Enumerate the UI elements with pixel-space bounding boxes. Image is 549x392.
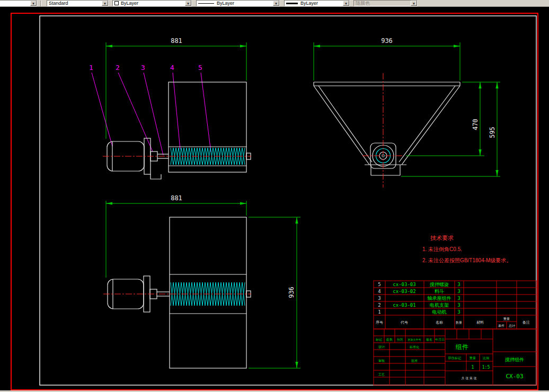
plot-style-value: 随颜色 — [356, 0, 370, 6]
svg-text:设计: 设计 — [378, 345, 385, 349]
color-arrow-icon[interactable]: ▼ — [185, 1, 191, 6]
svg-text:比例: 比例 — [483, 357, 489, 360]
linetype-value: ByLayer — [217, 1, 234, 6]
parts-row-1: 1 电动机 3 — [378, 309, 460, 315]
drawing-canvas[interactable]: 881 1 2 3 4 5 — [0, 0, 549, 392]
tech-note-1: 1. 未注倒角C0.5. — [422, 246, 462, 252]
dimension-881-side — [106, 42, 246, 139]
drawing-frame — [40, 16, 536, 385]
svg-text:cx-03-01: cx-03-01 — [393, 302, 415, 308]
parts-row-2: 2 cx-03-01 电机支架 3 — [378, 302, 460, 308]
motor-side — [107, 138, 169, 179]
svg-text:电动机: 电动机 — [432, 309, 447, 315]
svg-text:4: 4 — [378, 289, 380, 294]
svg-text:3: 3 — [457, 289, 460, 294]
lineweight-preview-icon — [286, 3, 298, 4]
svg-text:更改文件号: 更改文件号 — [408, 338, 421, 341]
linetype-combo[interactable]: ByLayer ▼ — [196, 0, 280, 6]
svg-text:总计: 总计 — [508, 324, 515, 327]
parts-row-3: 3 轴承座组件 3 — [378, 296, 460, 301]
svg-text:3: 3 — [457, 282, 460, 287]
svg-text:批准: 批准 — [411, 359, 418, 363]
dimension-470-595 — [401, 82, 500, 176]
linetype-arrow-icon[interactable]: ▼ — [273, 1, 279, 6]
svg-text:单件: 单件 — [498, 324, 504, 327]
tech-notes-title: 技术要求 — [430, 235, 454, 241]
svg-text:重量: 重量 — [503, 317, 510, 320]
svg-text:处数: 处数 — [386, 337, 393, 342]
text-style-combo[interactable]: Standard ▼ — [47, 0, 109, 6]
callout-numbers: 1 2 3 4 5 — [89, 64, 211, 155]
svg-text:签名: 签名 — [426, 338, 432, 342]
svg-text:重量: 重量 — [469, 356, 476, 360]
lineweight-combo[interactable]: ByLayer ▼ — [284, 0, 350, 6]
svg-text:1: 1 — [378, 309, 380, 315]
svg-text:代号: 代号 — [400, 320, 408, 324]
layer-combo[interactable]: ▼ — [0, 0, 37, 6]
callout-1: 1 — [89, 64, 93, 72]
lineweight-value: ByLayer — [300, 1, 318, 6]
dimension-936-front — [314, 42, 460, 81]
properties-toolbar: ▼ Standard ▼ ByLayer ▼ ByLayer ▼ ByLayer… — [0, 0, 549, 7]
assembly-label: 组件 — [455, 343, 468, 351]
cad-drawing: 881 1 2 3 4 5 — [0, 0, 549, 392]
svg-text:序号: 序号 — [376, 320, 383, 324]
svg-text:分区: 分区 — [397, 337, 403, 341]
callout-4: 4 — [170, 64, 174, 72]
top-view: 881 936 — [103, 194, 300, 368]
svg-text:5: 5 — [378, 282, 380, 287]
color-value: ByLayer — [121, 1, 138, 6]
callout-5: 5 — [198, 64, 202, 72]
svg-text:工艺: 工艺 — [378, 372, 385, 376]
color-combo[interactable]: ByLayer ▼ — [112, 0, 192, 6]
parts-row-5: 5 cx-03-03 搅拌螺旋 3 — [378, 282, 460, 287]
svg-text:阶段标记: 阶段标记 — [448, 356, 461, 360]
svg-text:电机支架: 电机支架 — [430, 302, 449, 308]
centerlines-front — [362, 73, 404, 188]
side-view: 881 1 2 3 4 5 — [89, 37, 251, 179]
svg-text:年月日: 年月日 — [435, 338, 445, 342]
front-view: 936 — [314, 37, 500, 188]
svg-text:料斗: 料斗 — [435, 289, 444, 294]
drawing-number: CX-03 — [506, 373, 523, 380]
layer-combo-arrow-icon[interactable]: ▼ — [30, 1, 37, 6]
svg-text:标准化: 标准化 — [409, 345, 419, 349]
dim-text-470: 470 — [472, 119, 479, 130]
svg-text:3: 3 — [457, 296, 460, 301]
text-style-arrow-icon[interactable]: ▼ — [102, 1, 108, 6]
color-swatch-icon — [114, 1, 119, 5]
svg-text:3: 3 — [457, 302, 460, 308]
svg-text:2: 2 — [378, 302, 380, 308]
callout-3: 3 — [141, 64, 145, 72]
title-block: 标记 处数 分区 更改文件号 签名 年月日 设计 标准化 审核 批准 工艺 阶段… — [374, 329, 536, 385]
tech-note-2: 2. 未注公差按照GB/T1804-M级要求。 — [422, 257, 511, 263]
svg-text:材料: 材料 — [476, 320, 484, 325]
svg-text:搅拌螺旋: 搅拌螺旋 — [429, 282, 449, 287]
svg-text:3: 3 — [378, 296, 380, 301]
plot-style-combo: 随颜色 ▼ — [353, 0, 418, 6]
lineweight-arrow-icon[interactable]: ▼ — [343, 1, 349, 6]
scale-value: 1:5 — [482, 365, 490, 370]
hopper-outline — [314, 82, 460, 175]
dimension-881-top — [106, 201, 246, 278]
svg-text:cx-03-03: cx-03-03 — [393, 282, 415, 287]
text-style-value: Standard — [49, 1, 68, 6]
quantity-value: 1 — [472, 365, 474, 370]
parts-list-rows: 5 cx-03-03 搅拌螺旋 3 4 cx-03-02 料斗 3 3 轴承座组… — [378, 282, 460, 315]
svg-text:审核: 审核 — [378, 359, 385, 362]
svg-text:标记: 标记 — [375, 337, 382, 342]
svg-text:轴承座组件: 轴承座组件 — [428, 296, 451, 301]
svg-text:数量: 数量 — [456, 321, 462, 324]
tech-notes: 技术要求 1. 未注倒角C0.5. 2. 未注公差按照GB/T1804-M级要求… — [422, 235, 511, 263]
dim-text-936-front: 936 — [381, 37, 393, 44]
callout-2: 2 — [116, 64, 120, 72]
sheet-note: 共 张 第 张 — [461, 377, 476, 380]
svg-text:名称: 名称 — [436, 320, 443, 325]
svg-text:cx-03-02: cx-03-02 — [393, 289, 415, 294]
product-name: 搅拌组件 — [504, 357, 524, 362]
dim-text-881-top: 881 — [171, 194, 182, 202]
parts-row-4: 4 cx-03-02 料斗 3 — [378, 289, 460, 294]
toolbar-separator — [40, 1, 41, 6]
svg-text:备注: 备注 — [523, 320, 530, 325]
svg-text:3: 3 — [457, 309, 460, 315]
